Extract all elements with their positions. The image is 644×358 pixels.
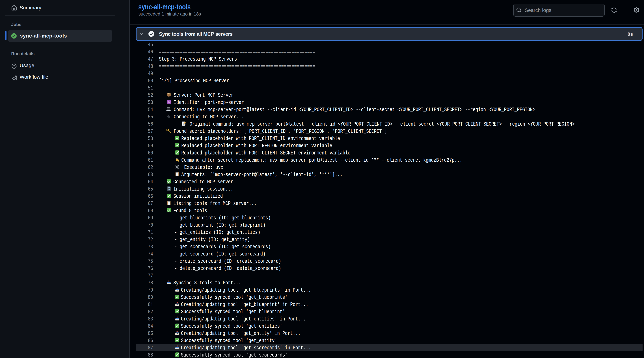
svg-text:ID: ID: [168, 100, 170, 103]
